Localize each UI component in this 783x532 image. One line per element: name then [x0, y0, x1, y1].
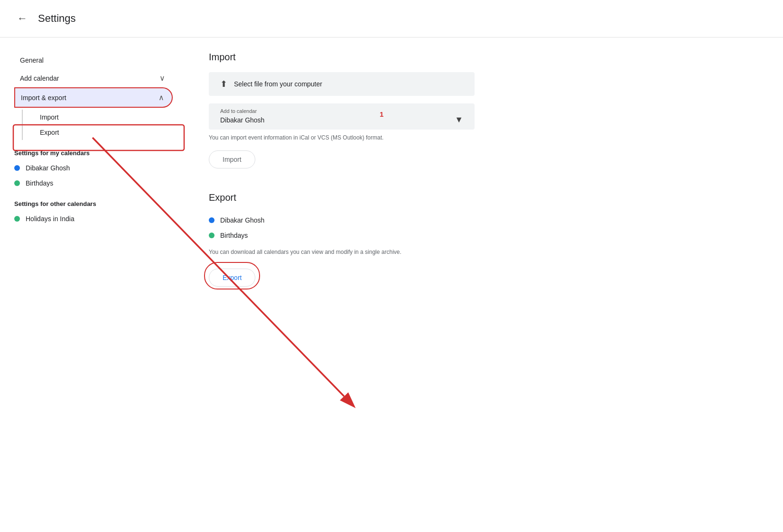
sidebar-my-calendar-dibakar[interactable]: Dibakar Ghosh — [14, 160, 180, 176]
import-section-title: Import — [209, 52, 755, 63]
dropdown-row: Dibakar Ghosh ▼ — [220, 115, 463, 125]
holidays-dot — [14, 216, 20, 222]
select-file-button[interactable]: ⬆ Select file from your computer — [209, 72, 475, 96]
sidebar-item-export[interactable]: Export — [34, 125, 180, 140]
export-birthdays-name: Birthdays — [220, 232, 248, 239]
dibakar-dot — [14, 165, 20, 171]
back-button[interactable]: ← — [14, 9, 30, 28]
import-help-text: You can import event information in iCal… — [209, 134, 475, 141]
sidebar-import-export-wrapper: Import & export ∧ — [14, 87, 180, 108]
general-label: General — [20, 56, 44, 64]
sidebar-item-add-calendar[interactable]: Add calendar ∨ — [14, 69, 173, 87]
content-area: General Add calendar ∨ Import & export ∧… — [0, 37, 783, 301]
dibakar-label: Dibakar Ghosh — [26, 164, 70, 172]
export-btn-label: Export — [223, 274, 242, 281]
chevron-up-icon: ∧ — [158, 93, 164, 102]
sidebar-item-import[interactable]: Import — [34, 110, 180, 125]
add-calendar-label: Add calendar — [20, 75, 59, 82]
main-panel: Import ⬆ Select file from your computer … — [180, 37, 783, 301]
add-to-calendar-dropdown[interactable]: Add to calendar Dibakar Ghosh ▼ — [209, 103, 475, 130]
select-file-label: Select file from your computer — [234, 80, 322, 88]
calendar-selected-name: Dibakar Ghosh — [220, 116, 264, 124]
export-birthdays-dot — [209, 233, 214, 238]
birthdays-label: Birthdays — [26, 179, 53, 187]
sidebar-item-import-export[interactable]: Import & export ∧ — [14, 87, 173, 108]
holidays-label: Holidays in India — [26, 215, 75, 223]
page-title: Settings — [38, 12, 76, 25]
export-help-text: You can download all calendars you can v… — [209, 249, 475, 255]
export-dibakar-name: Dibakar Ghosh — [220, 216, 264, 224]
export-calendar-birthdays: Birthdays — [209, 228, 755, 243]
sidebar-sub-menu: Import Export — [22, 110, 180, 140]
export-btn-wrapper: Export — [209, 265, 255, 287]
settings-header: ← Settings — [0, 0, 783, 37]
import-section: Import ⬆ Select file from your computer … — [209, 52, 755, 168]
export-calendar-list: Dibakar Ghosh Birthdays — [209, 213, 755, 243]
import-button[interactable]: Import — [209, 150, 255, 168]
other-calendars-header: Settings for other calendars — [14, 191, 180, 211]
export-calendar-dibakar: Dibakar Ghosh — [209, 213, 755, 228]
my-calendars-header: Settings for my calendars — [14, 140, 180, 160]
birthdays-dot — [14, 180, 20, 186]
sidebar-my-calendar-birthdays[interactable]: Birthdays — [14, 176, 180, 191]
chevron-down-icon: ∨ — [159, 74, 165, 83]
export-section: Export Dibakar Ghosh Birthdays You can d… — [209, 192, 755, 287]
export-section-title: Export — [209, 192, 755, 203]
sidebar-item-general[interactable]: General — [14, 52, 173, 69]
sidebar-other-calendar-holidays[interactable]: Holidays in India — [14, 211, 180, 226]
dropdown-arrow-icon: ▼ — [455, 115, 463, 125]
sidebar: General Add calendar ∨ Import & export ∧… — [0, 37, 180, 301]
export-button[interactable]: Export — [209, 269, 255, 287]
upload-icon: ⬆ — [220, 79, 227, 89]
export-sub-label: Export — [40, 129, 59, 136]
dropdown-label: Add to calendar — [220, 108, 463, 114]
import-export-label: Import & export — [21, 94, 66, 102]
export-dibakar-dot — [209, 217, 214, 223]
back-icon: ← — [17, 12, 28, 25]
import-btn-label: Import — [223, 156, 242, 163]
import-sub-label: Import — [40, 113, 59, 121]
